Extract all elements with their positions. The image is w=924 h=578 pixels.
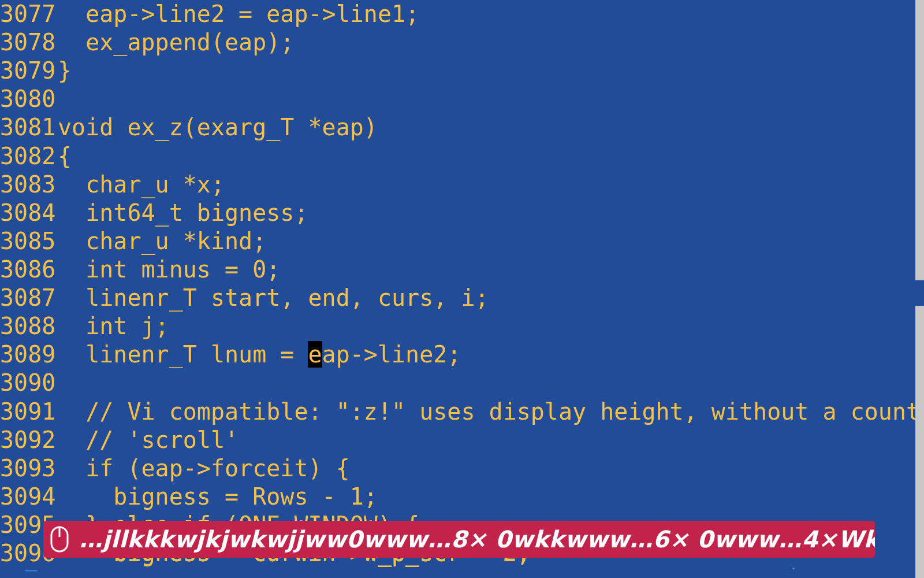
code-line[interactable]: 3083 char_u *x; [0,171,915,199]
code-line[interactable]: 3082{ [0,142,915,171]
code-text[interactable]: ex_append(eap); [58,28,294,57]
line-number: 3089 [0,340,46,369]
line-number: 3096 [0,539,46,568]
code-text[interactable]: linenr_T start, end, curs, i; [58,284,489,312]
line-number: 3093 [0,454,46,483]
keystroke-overlay: …jllkkkwjkjwkwjjww0www…8× 0wkkwww…6× 0ww… [43,521,875,558]
code-line[interactable]: 3077 eap->line2 = eap->line1; [0,0,915,28]
code-text[interactable]: eap->line2 = eap->line1; [58,0,419,28]
code-line[interactable]: 3080 [0,85,915,113]
code-line[interactable]: 3078 ex_append(eap); [0,28,915,57]
code-text[interactable]: bigness = Rows - 1; [58,483,378,511]
line-number: 3088 [0,312,46,340]
line-number: 3078 [0,28,46,57]
line-number: 3087 [0,284,46,312]
line-number: 3095 [0,511,46,539]
code-line[interactable]: 3084 int64_t bigness; [0,199,915,227]
code-text[interactable]: // 'scroll' [58,426,239,454]
code-line[interactable]: 3089 linenr_T lnum = eap->line2; [0,340,915,369]
code-text[interactable]: } [58,57,72,85]
code-text[interactable]: int j; [58,312,169,340]
line-number: 3094 [0,483,46,511]
code-line[interactable]: 3081void ex_z(exarg_T *eap) [0,113,915,142]
code-line[interactable]: 3090 [0,369,915,397]
line-number: 3080 [0,85,46,113]
code-text[interactable]: char_u *kind; [58,227,266,255]
line-number: 3079 [0,57,46,85]
line-number: 3090 [0,369,46,397]
code-text[interactable]: if (eap->forceit) { [58,454,350,483]
code-line[interactable]: 3088 int j; [0,312,915,340]
line-number: 3091 [0,398,46,426]
scrollbar-thumb[interactable] [915,280,924,306]
mouse-icon [46,521,73,558]
line-number: 3084 [0,199,46,227]
line-number: 3083 [0,171,46,199]
line-number: 3085 [0,227,46,255]
line-number: 3092 [0,426,46,454]
code-line[interactable]: 3087 linenr_T start, end, curs, i; [0,284,915,312]
code-line[interactable]: 3086 int minus = 0; [0,255,915,284]
code-text[interactable]: int minus = 0; [58,255,280,284]
code-line[interactable]: 3094 bigness = Rows - 1; [0,483,915,511]
line-number: 3077 [0,0,46,28]
code-line[interactable]: 3085 char_u *kind; [0,227,915,255]
code-line[interactable]: 3093 if (eap->forceit) { [0,454,915,483]
code-text[interactable]: linenr_T lnum = eap->line2; [58,340,461,369]
editor-viewport[interactable]: 3077 eap->line2 = eap->line1;3078 ex_app… [0,0,915,578]
code-text[interactable]: { [58,142,72,171]
code-line[interactable]: 3091 // Vi compatible: ":z!" uses displa… [0,398,915,426]
code-text[interactable]: char_u *x; [58,171,225,199]
text-cursor: e [308,341,322,368]
code-text[interactable]: // Vi compatible: ":z!" uses display hei… [58,398,924,426]
line-number: 3081 [0,113,46,142]
line-number: 3086 [0,255,46,284]
code-line[interactable]: 3092 // 'scroll' [0,426,915,454]
line-number: 3082 [0,142,46,171]
code-text[interactable]: void ex_z(exarg_T *eap) [58,113,378,142]
code-text[interactable]: int64_t bigness; [58,199,308,227]
keystroke-text: …jllkkkwjkjwkwjjww0www…8× 0wkkwww…6× 0ww… [79,526,875,553]
status-filename: ex_cmds.c [0,568,113,571]
code-line[interactable]: 3079} [0,57,915,85]
scrollbar-track[interactable] [915,0,924,578]
status-line: ex_cmds.c 3089,19 50% [0,568,915,578]
